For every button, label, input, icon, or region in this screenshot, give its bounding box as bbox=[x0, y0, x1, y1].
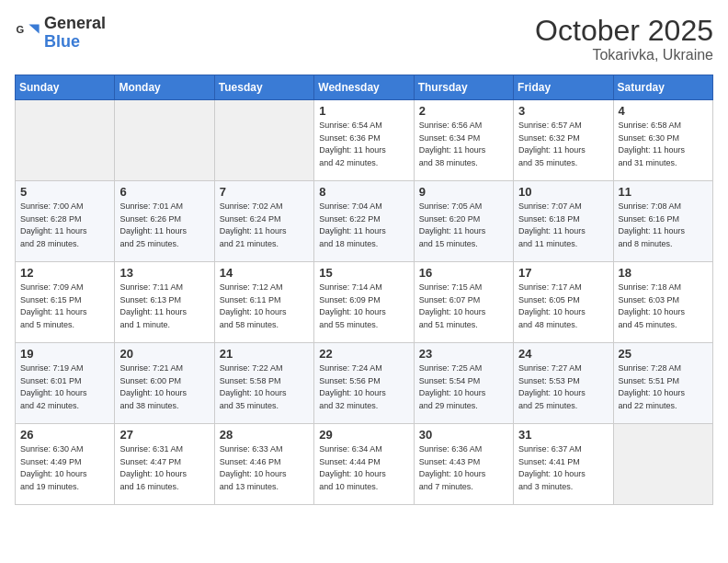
day-header-thursday: Thursday bbox=[414, 75, 513, 100]
calendar-cell: 11Sunrise: 7:08 AM Sunset: 6:16 PM Dayli… bbox=[613, 181, 712, 262]
day-info: Sunrise: 7:12 AM Sunset: 6:11 PM Dayligh… bbox=[220, 282, 309, 331]
calendar-cell: 20Sunrise: 7:21 AM Sunset: 6:00 PM Dayli… bbox=[115, 343, 214, 424]
day-number: 1 bbox=[319, 104, 408, 118]
day-info: Sunrise: 6:37 AM Sunset: 4:41 PM Dayligh… bbox=[518, 443, 608, 493]
day-info: Sunrise: 7:28 AM Sunset: 5:51 PM Dayligh… bbox=[619, 362, 708, 412]
day-header-tuesday: Tuesday bbox=[214, 75, 313, 100]
calendar-cell: 21Sunrise: 7:22 AM Sunset: 5:58 PM Dayli… bbox=[214, 343, 313, 424]
day-number: 11 bbox=[619, 185, 708, 199]
logo-icon: G bbox=[15, 19, 40, 45]
day-number: 26 bbox=[20, 428, 109, 442]
calendar-cell: 28Sunrise: 6:33 AM Sunset: 4:46 PM Dayli… bbox=[214, 424, 313, 505]
logo: G General Blue bbox=[15, 15, 106, 50]
title-block: October 2025 Tokarivka, Ukraine bbox=[535, 15, 713, 63]
day-info: Sunrise: 7:21 AM Sunset: 6:00 PM Dayligh… bbox=[119, 362, 209, 412]
day-header-sunday: Sunday bbox=[16, 75, 115, 100]
day-number: 4 bbox=[619, 104, 708, 118]
day-number: 19 bbox=[20, 347, 109, 361]
day-number: 20 bbox=[119, 347, 209, 361]
day-info: Sunrise: 7:14 AM Sunset: 6:09 PM Dayligh… bbox=[319, 282, 408, 331]
day-header-wednesday: Wednesday bbox=[314, 75, 414, 100]
day-number: 2 bbox=[419, 104, 508, 118]
calendar-cell: 26Sunrise: 6:30 AM Sunset: 4:49 PM Dayli… bbox=[16, 424, 115, 505]
calendar-cell: 30Sunrise: 6:36 AM Sunset: 4:43 PM Dayli… bbox=[414, 424, 513, 505]
day-number: 24 bbox=[518, 347, 608, 361]
day-number: 8 bbox=[319, 185, 408, 199]
day-number: 22 bbox=[319, 347, 408, 361]
day-info: Sunrise: 7:04 AM Sunset: 6:22 PM Dayligh… bbox=[319, 201, 408, 250]
day-info: Sunrise: 7:18 AM Sunset: 6:03 PM Dayligh… bbox=[619, 282, 708, 331]
day-number: 15 bbox=[319, 266, 408, 280]
calendar-cell bbox=[115, 100, 214, 181]
calendar-cell: 23Sunrise: 7:25 AM Sunset: 5:54 PM Dayli… bbox=[414, 343, 513, 424]
day-info: Sunrise: 6:33 AM Sunset: 4:46 PM Dayligh… bbox=[220, 443, 309, 493]
calendar-body: 1Sunrise: 6:54 AM Sunset: 6:36 PM Daylig… bbox=[16, 100, 713, 505]
calendar-week-2: 5Sunrise: 7:00 AM Sunset: 6:28 PM Daylig… bbox=[16, 181, 713, 262]
day-header-row: SundayMondayTuesdayWednesdayThursdayFrid… bbox=[16, 75, 713, 100]
calendar-cell: 13Sunrise: 7:11 AM Sunset: 6:13 PM Dayli… bbox=[115, 262, 214, 343]
calendar-cell: 15Sunrise: 7:14 AM Sunset: 6:09 PM Dayli… bbox=[314, 262, 414, 343]
day-info: Sunrise: 7:11 AM Sunset: 6:13 PM Dayligh… bbox=[119, 282, 209, 331]
calendar-cell: 27Sunrise: 6:31 AM Sunset: 4:47 PM Dayli… bbox=[115, 424, 214, 505]
day-header-friday: Friday bbox=[514, 75, 613, 100]
calendar-cell: 29Sunrise: 6:34 AM Sunset: 4:44 PM Dayli… bbox=[314, 424, 414, 505]
calendar-cell: 25Sunrise: 7:28 AM Sunset: 5:51 PM Dayli… bbox=[613, 343, 712, 424]
calendar-cell: 5Sunrise: 7:00 AM Sunset: 6:28 PM Daylig… bbox=[16, 181, 115, 262]
calendar-week-1: 1Sunrise: 6:54 AM Sunset: 6:36 PM Daylig… bbox=[16, 100, 713, 181]
calendar-cell: 22Sunrise: 7:24 AM Sunset: 5:56 PM Dayli… bbox=[314, 343, 414, 424]
day-info: Sunrise: 7:02 AM Sunset: 6:24 PM Dayligh… bbox=[220, 201, 309, 250]
calendar-title: October 2025 bbox=[535, 15, 713, 47]
day-number: 9 bbox=[419, 185, 508, 199]
day-number: 29 bbox=[319, 428, 408, 442]
day-number: 13 bbox=[119, 266, 209, 280]
day-number: 18 bbox=[619, 266, 708, 280]
calendar-cell: 18Sunrise: 7:18 AM Sunset: 6:03 PM Dayli… bbox=[613, 262, 712, 343]
day-info: Sunrise: 6:30 AM Sunset: 4:49 PM Dayligh… bbox=[20, 443, 109, 493]
calendar-cell: 6Sunrise: 7:01 AM Sunset: 6:26 PM Daylig… bbox=[115, 181, 214, 262]
calendar-cell: 8Sunrise: 7:04 AM Sunset: 6:22 PM Daylig… bbox=[314, 181, 414, 262]
logo-general: General bbox=[44, 15, 106, 33]
calendar-cell bbox=[16, 100, 115, 181]
calendar-week-3: 12Sunrise: 7:09 AM Sunset: 6:15 PM Dayli… bbox=[16, 262, 713, 343]
day-number: 7 bbox=[220, 185, 309, 199]
day-info: Sunrise: 7:15 AM Sunset: 6:07 PM Dayligh… bbox=[419, 282, 508, 331]
calendar-subtitle: Tokarivka, Ukraine bbox=[535, 47, 713, 63]
day-info: Sunrise: 7:24 AM Sunset: 5:56 PM Dayligh… bbox=[319, 362, 408, 412]
calendar-cell: 16Sunrise: 7:15 AM Sunset: 6:07 PM Dayli… bbox=[414, 262, 513, 343]
calendar-cell: 9Sunrise: 7:05 AM Sunset: 6:20 PM Daylig… bbox=[414, 181, 513, 262]
day-info: Sunrise: 6:56 AM Sunset: 6:34 PM Dayligh… bbox=[419, 120, 508, 169]
day-info: Sunrise: 7:08 AM Sunset: 6:16 PM Dayligh… bbox=[619, 201, 708, 250]
day-info: Sunrise: 7:00 AM Sunset: 6:28 PM Dayligh… bbox=[20, 201, 109, 250]
day-info: Sunrise: 7:09 AM Sunset: 6:15 PM Dayligh… bbox=[20, 282, 109, 331]
svg-marker-1 bbox=[28, 24, 39, 33]
calendar-table: SundayMondayTuesdayWednesdayThursdayFrid… bbox=[15, 75, 713, 505]
calendar-cell: 12Sunrise: 7:09 AM Sunset: 6:15 PM Dayli… bbox=[16, 262, 115, 343]
day-number: 5 bbox=[20, 185, 109, 199]
day-number: 28 bbox=[220, 428, 309, 442]
day-info: Sunrise: 6:58 AM Sunset: 6:30 PM Dayligh… bbox=[619, 120, 708, 169]
day-info: Sunrise: 6:36 AM Sunset: 4:43 PM Dayligh… bbox=[419, 443, 508, 493]
day-number: 3 bbox=[518, 104, 608, 118]
day-info: Sunrise: 7:17 AM Sunset: 6:05 PM Dayligh… bbox=[518, 282, 608, 331]
day-info: Sunrise: 7:27 AM Sunset: 5:53 PM Dayligh… bbox=[518, 362, 608, 412]
calendar-cell: 2Sunrise: 6:56 AM Sunset: 6:34 PM Daylig… bbox=[414, 100, 513, 181]
day-info: Sunrise: 7:19 AM Sunset: 6:01 PM Dayligh… bbox=[20, 362, 109, 412]
day-header-monday: Monday bbox=[115, 75, 214, 100]
day-number: 12 bbox=[20, 266, 109, 280]
calendar-week-5: 26Sunrise: 6:30 AM Sunset: 4:49 PM Dayli… bbox=[16, 424, 713, 505]
day-info: Sunrise: 7:05 AM Sunset: 6:20 PM Dayligh… bbox=[419, 201, 508, 250]
calendar-cell: 14Sunrise: 7:12 AM Sunset: 6:11 PM Dayli… bbox=[214, 262, 313, 343]
calendar-cell bbox=[214, 100, 313, 181]
day-info: Sunrise: 6:34 AM Sunset: 4:44 PM Dayligh… bbox=[319, 443, 408, 493]
calendar-cell: 4Sunrise: 6:58 AM Sunset: 6:30 PM Daylig… bbox=[613, 100, 712, 181]
day-number: 23 bbox=[419, 347, 508, 361]
day-number: 14 bbox=[220, 266, 309, 280]
calendar-cell bbox=[613, 424, 712, 505]
day-number: 31 bbox=[518, 428, 608, 442]
day-number: 17 bbox=[518, 266, 608, 280]
day-number: 10 bbox=[518, 185, 608, 199]
day-number: 30 bbox=[419, 428, 508, 442]
day-info: Sunrise: 6:57 AM Sunset: 6:32 PM Dayligh… bbox=[518, 120, 608, 169]
day-header-saturday: Saturday bbox=[613, 75, 712, 100]
day-number: 27 bbox=[119, 428, 209, 442]
